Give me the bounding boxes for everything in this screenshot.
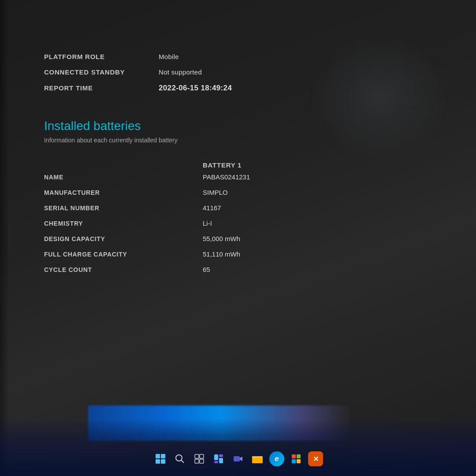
svg-rect-16 [297, 454, 301, 458]
svg-rect-4 [195, 459, 199, 463]
svg-rect-2 [195, 454, 199, 458]
win11-logo [156, 454, 165, 464]
windows-start-icon[interactable] [152, 450, 169, 467]
svg-rect-3 [200, 454, 204, 458]
section-title: Installed batteries [44, 119, 436, 133]
battery-data-row: CHEMISTRYLi-I [44, 219, 436, 227]
battery-data-row: SERIAL NUMBER41167 [44, 204, 436, 212]
content-area: PLATFORM ROLE Mobile CONNECTED STANDBY N… [0, 0, 476, 273]
svg-rect-8 [219, 458, 223, 463]
close-app-icon[interactable]: ✕ [307, 450, 324, 467]
section-subtitle: Information about each currently install… [44, 137, 436, 144]
battery-row-label: SERIAL NUMBER [44, 205, 167, 212]
svg-line-1 [181, 460, 184, 463]
svg-rect-17 [292, 459, 296, 463]
battery-col-header: BATTERY 1 [203, 161, 436, 169]
battery-row-value: 65 [203, 266, 210, 273]
battery-row-value: 55,000 mWh [203, 235, 240, 242]
report-time-label: REPORT TIME [44, 84, 159, 92]
svg-rect-14 [252, 456, 257, 458]
search-taskbar-icon[interactable] [171, 450, 188, 467]
battery-row-value: PABAS0241231 [203, 173, 250, 181]
edge-browser-icon[interactable]: e [268, 450, 285, 467]
svg-rect-5 [200, 459, 204, 463]
taskbar: e ✕ [0, 423, 476, 476]
task-view-icon[interactable] [191, 450, 208, 467]
battery-data-row: DESIGN CAPACITY55,000 mWh [44, 235, 436, 242]
battery-row-value: Li-I [203, 219, 212, 227]
battery-row-label: CHEMISTRY [44, 220, 167, 227]
battery-row-label: DESIGN CAPACITY [44, 235, 167, 242]
svg-rect-7 [219, 454, 223, 457]
report-time-value: 2022-06-15 18:49:24 [159, 84, 232, 93]
svg-rect-18 [297, 459, 301, 463]
battery-data-row: MANUFACTURERSIMPLO [44, 189, 436, 196]
screen: PLATFORM ROLE Mobile CONNECTED STANDBY N… [0, 0, 476, 476]
widgets-icon[interactable] [210, 450, 227, 467]
file-explorer-icon[interactable] [249, 450, 266, 467]
svg-rect-15 [292, 454, 296, 458]
teams-icon[interactable] [230, 450, 246, 467]
connected-standby-row: CONNECTED STANDBY Not supported [44, 68, 436, 76]
installed-batteries-section: Installed batteries Information about ea… [44, 119, 436, 273]
edge-logo: e [269, 451, 284, 466]
battery-row-label: NAME [44, 174, 167, 181]
close-badge: ✕ [308, 451, 323, 466]
battery-row-label: CYCLE COUNT [44, 266, 167, 273]
svg-point-0 [176, 455, 182, 461]
svg-marker-11 [240, 457, 242, 461]
platform-role-value: Mobile [159, 53, 179, 60]
microsoft-store-icon[interactable] [288, 450, 305, 467]
battery-data-rows: NAMEPABAS0241231MANUFACTURERSIMPLOSERIAL… [44, 173, 436, 273]
battery-data-row: CYCLE COUNT65 [44, 266, 436, 273]
platform-role-label: PLATFORM ROLE [44, 53, 159, 60]
battery-row-value: SIMPLO [203, 189, 228, 196]
svg-rect-6 [214, 454, 218, 460]
battery-row-label: MANUFACTURER [44, 189, 167, 196]
battery-data-row: FULL CHARGE CAPACITY51,110 mWh [44, 250, 436, 258]
svg-rect-10 [234, 456, 240, 461]
taskbar-center: e ✕ [152, 450, 324, 467]
battery-row-value: 41167 [203, 204, 221, 212]
connected-standby-label: CONNECTED STANDBY [44, 68, 159, 76]
battery-row-label: FULL CHARGE CAPACITY [44, 251, 167, 258]
battery-row-value: 51,110 mWh [203, 250, 240, 258]
svg-rect-13 [252, 458, 263, 463]
svg-rect-9 [214, 461, 218, 463]
connected-standby-value: Not supported [159, 68, 202, 76]
report-time-row: REPORT TIME 2022-06-15 18:49:24 [44, 84, 436, 93]
battery-data-row: NAMEPABAS0241231 [44, 173, 436, 181]
platform-role-row: PLATFORM ROLE Mobile [44, 53, 436, 60]
